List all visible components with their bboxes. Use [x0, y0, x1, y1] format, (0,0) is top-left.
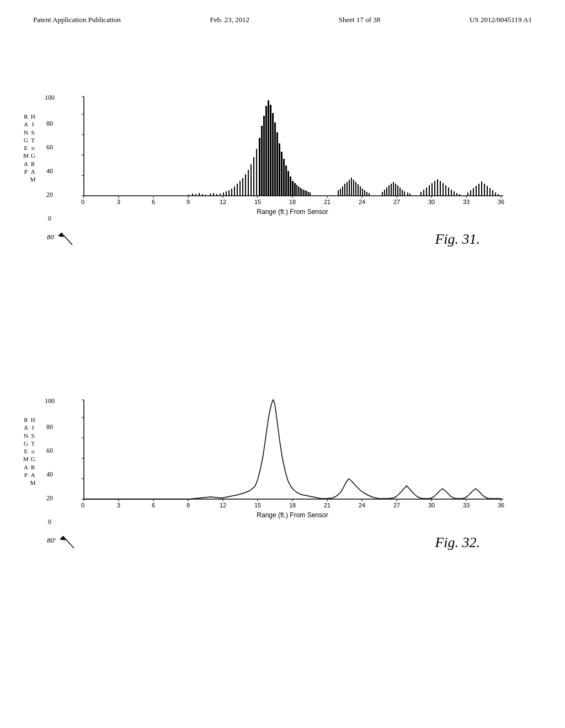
svg-text:24: 24 [359, 199, 365, 205]
svg-rect-131 [478, 184, 479, 196]
svg-rect-52 [242, 178, 243, 196]
svg-rect-132 [481, 181, 482, 196]
svg-rect-83 [310, 192, 311, 196]
svg-text:9: 9 [186, 502, 190, 508]
svg-text:24: 24 [359, 502, 365, 508]
svg-rect-78 [301, 189, 302, 196]
fig31-y-axis-label: 100 80 60 40 20 0 RANGEMAP HISToGRAM [39, 94, 61, 223]
svg-rect-80 [305, 190, 306, 196]
svg-rect-61 [265, 106, 267, 196]
svg-rect-57 [256, 149, 257, 196]
svg-rect-114 [426, 188, 427, 196]
fig31-caption: 80 Fig. 31. [39, 226, 524, 259]
svg-rect-127 [467, 192, 468, 196]
svg-rect-121 [445, 185, 446, 196]
fig32-title: Fig. 32. [435, 534, 480, 551]
svg-rect-60 [263, 116, 265, 196]
svg-rect-90 [351, 178, 352, 196]
svg-text:0: 0 [81, 502, 84, 508]
svg-text:30: 30 [428, 199, 435, 205]
svg-rect-48 [231, 189, 232, 196]
svg-rect-84 [338, 190, 339, 196]
header-patent: US 2012/0045119 A1 [470, 15, 532, 24]
svg-rect-123 [451, 190, 452, 196]
svg-rect-133 [484, 184, 485, 196]
fig32-ylabel-col2: HISToGRAM [30, 416, 36, 487]
svg-rect-75 [296, 185, 297, 196]
svg-rect-117 [434, 181, 435, 196]
svg-rect-92 [355, 182, 356, 196]
svg-rect-62 [268, 100, 269, 196]
svg-rect-38 [199, 193, 200, 196]
svg-text:36: 36 [498, 502, 504, 508]
fig32-chart-area: 100 80 60 40 20 0 RANGEMAP HISToGRAM [39, 397, 524, 526]
svg-rect-42 [213, 193, 214, 196]
svg-rect-35 [188, 195, 189, 196]
svg-line-139 [61, 233, 72, 245]
svg-text:21: 21 [324, 199, 331, 205]
svg-text:15: 15 [254, 199, 261, 205]
svg-text:33: 33 [463, 502, 470, 508]
fig31-arrow-label: 80 [47, 228, 83, 248]
svg-rect-36 [192, 194, 193, 196]
svg-rect-77 [300, 188, 301, 196]
fig31-svg: 0 3 6 9 12 15 18 21 24 27 30 33 36 Range… [62, 94, 514, 221]
svg-rect-93 [358, 184, 359, 196]
svg-rect-109 [404, 191, 405, 196]
svg-rect-101 [386, 188, 387, 196]
fig31-container: 100 80 60 40 20 0 RANGEMAP HISToGRAM [39, 94, 524, 259]
fig31-ylabel-col2: HISToGRAM [30, 113, 36, 184]
svg-text:3: 3 [117, 199, 120, 205]
svg-rect-137 [495, 192, 496, 196]
svg-text:3: 3 [117, 502, 120, 508]
svg-text:18: 18 [289, 502, 296, 508]
svg-rect-53 [245, 174, 246, 196]
svg-text:18: 18 [289, 199, 296, 205]
svg-rect-40 [205, 195, 206, 196]
svg-rect-81 [306, 191, 307, 196]
fig31-title: Fig. 31. [435, 231, 480, 248]
svg-rect-116 [431, 183, 433, 196]
svg-rect-87 [344, 184, 345, 196]
svg-text:0: 0 [81, 199, 84, 205]
svg-rect-138 [498, 194, 499, 196]
svg-rect-108 [402, 190, 403, 196]
svg-text:Range (ft.) From Sensor: Range (ft.) From Sensor [257, 208, 328, 216]
svg-rect-122 [448, 188, 449, 196]
fig32-container: 100 80 60 40 20 0 RANGEMAP HISToGRAM [39, 397, 524, 562]
svg-rect-134 [487, 186, 488, 196]
svg-rect-136 [492, 190, 493, 196]
svg-text:6: 6 [152, 199, 155, 205]
svg-text:36: 36 [498, 199, 504, 205]
svg-rect-124 [454, 191, 455, 196]
svg-text:27: 27 [393, 199, 400, 205]
svg-rect-50 [237, 184, 238, 196]
svg-rect-45 [223, 192, 224, 196]
svg-rect-119 [440, 181, 441, 196]
svg-rect-55 [250, 164, 252, 196]
svg-rect-125 [456, 193, 457, 196]
svg-rect-43 [216, 194, 217, 196]
svg-line-176 [63, 536, 74, 548]
header-date: Feb. 23, 2012 [210, 15, 250, 24]
svg-text:21: 21 [324, 502, 331, 508]
svg-rect-66 [276, 132, 278, 196]
svg-text:12: 12 [220, 502, 226, 508]
svg-rect-37 [195, 194, 196, 196]
svg-rect-115 [429, 185, 430, 196]
page-header: Patent Application Publication Feb. 23, … [0, 0, 565, 24]
svg-rect-120 [443, 183, 444, 196]
svg-rect-95 [362, 189, 363, 196]
svg-rect-68 [281, 152, 282, 196]
svg-rect-129 [473, 188, 474, 196]
svg-rect-41 [210, 194, 211, 196]
svg-text:9: 9 [186, 199, 190, 205]
fig31-chart-area: 100 80 60 40 20 0 RANGEMAP HISToGRAM [39, 94, 524, 223]
svg-rect-105 [395, 184, 396, 196]
svg-rect-47 [228, 190, 230, 196]
svg-rect-91 [353, 180, 354, 196]
fig32-ylabel-col1: RANGEMAP [23, 416, 29, 487]
fig32-plot: 0 3 6 9 12 15 18 21 24 27 30 33 36 Range… [62, 397, 524, 524]
svg-text:30: 30 [428, 502, 435, 508]
svg-text:15: 15 [254, 502, 261, 508]
